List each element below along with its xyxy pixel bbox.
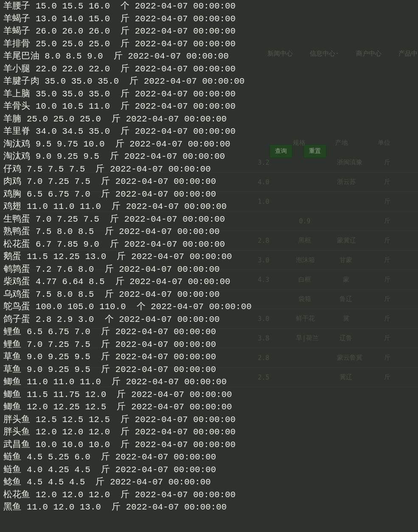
cell: 辽鲁	[337, 334, 355, 342]
cell: 1.0	[255, 198, 272, 205]
cell: 泡沫箱	[296, 256, 314, 264]
nav-item[interactable]: 产品中	[398, 50, 418, 58]
cell: 斤	[378, 334, 396, 342]
cell: 鲜干花	[296, 315, 314, 323]
th-spec: 规格	[293, 139, 306, 147]
cell: 白框	[296, 276, 314, 284]
cell: 斤	[378, 354, 396, 362]
cell: 甘蒙	[337, 256, 355, 264]
cell: 鲁辽	[337, 295, 355, 303]
cell: 旱|荷兰	[296, 334, 314, 342]
cell: 斤	[378, 158, 396, 166]
cell: 2.5	[255, 374, 272, 381]
cell: 蒙云鲁冀	[337, 354, 355, 362]
nav-item[interactable]: 信息中心·	[310, 50, 339, 58]
cell: 斤	[378, 217, 396, 225]
cell: 3.0	[255, 256, 272, 264]
cell: 蒙冀辽	[337, 236, 355, 245]
cell: 蒙	[337, 276, 355, 284]
nav-item[interactable]: 新闻中心	[267, 50, 293, 58]
cell: 斤	[378, 315, 396, 323]
cell: 斤	[378, 276, 396, 284]
cell: 斤	[378, 197, 396, 205]
cell: 冀	[337, 315, 355, 323]
cell: 斤	[378, 256, 396, 264]
cell: 斤	[378, 373, 396, 381]
console-price-output: 羊腰子 15.0 15.5 16.0 个 2022-04-07 00:00:00…	[3, 0, 252, 514]
cell: 4.3	[255, 276, 272, 284]
cell: 斤	[378, 236, 396, 245]
cell: 黑框	[296, 236, 314, 245]
cell: 冀辽	[337, 373, 355, 381]
cell: 斤	[378, 178, 396, 186]
cell: 袋箱	[296, 295, 314, 303]
nav-item[interactable]: 商户中心	[356, 50, 382, 58]
cell: 浙闽滇豫	[337, 158, 355, 166]
cell: 4.0	[255, 178, 272, 186]
cell: 3.2	[255, 159, 272, 166]
cell: 2.8	[255, 237, 272, 245]
cell: 3.8	[255, 335, 272, 342]
th-unit: 单位	[378, 139, 390, 147]
th-origin: 产地	[335, 139, 348, 147]
cell: 斤	[378, 295, 396, 303]
cell: 2.8	[255, 354, 272, 362]
cell: 浙云苏	[337, 178, 355, 186]
cell: 0.9	[296, 217, 314, 225]
cell: 3.0	[255, 315, 272, 323]
